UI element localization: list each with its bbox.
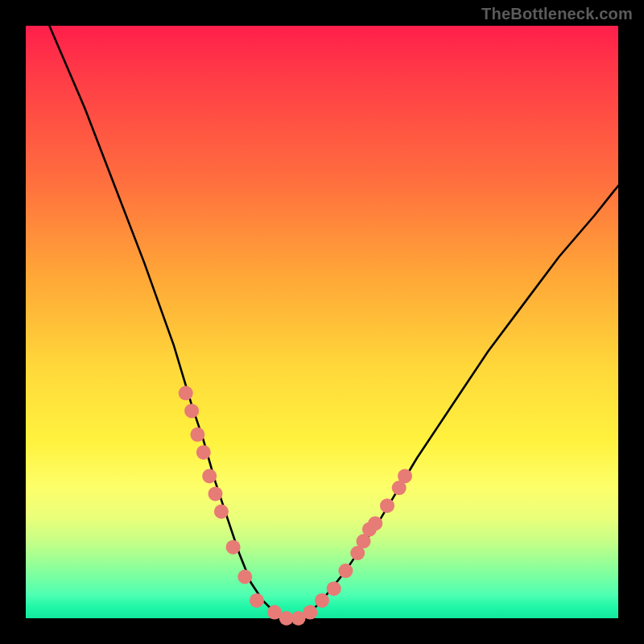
chart-marker-dot: [202, 469, 217, 483]
chart-marker-dot: [196, 445, 211, 460]
watermark-text: TheBottleneck.com: [481, 5, 633, 23]
chart-frame: TheBottleneck.com: [0, 0, 644, 644]
chart-curve: [49, 26, 618, 618]
chart-marker-dot: [338, 564, 353, 578]
chart-marker-dot: [250, 593, 264, 608]
chart-marker-dot: [179, 386, 193, 400]
chart-marker-dot: [327, 581, 341, 596]
chart-markers: [179, 386, 412, 625]
chart-marker-dot: [226, 540, 241, 555]
chart-marker-dot: [237, 570, 252, 584]
chart-marker-dot: [208, 486, 223, 501]
chart-marker-dot: [398, 469, 412, 483]
chart-marker-dot: [214, 505, 229, 519]
chart-marker-dot: [315, 593, 329, 608]
chart-marker-dot: [380, 498, 394, 513]
chart-marker-dot: [190, 427, 204, 442]
chart-svg: [26, 26, 618, 618]
chart-marker-dot: [184, 403, 199, 418]
chart-marker-dot: [303, 605, 317, 620]
chart-marker-dot: [368, 516, 382, 530]
chart-plot-area: [26, 26, 618, 618]
